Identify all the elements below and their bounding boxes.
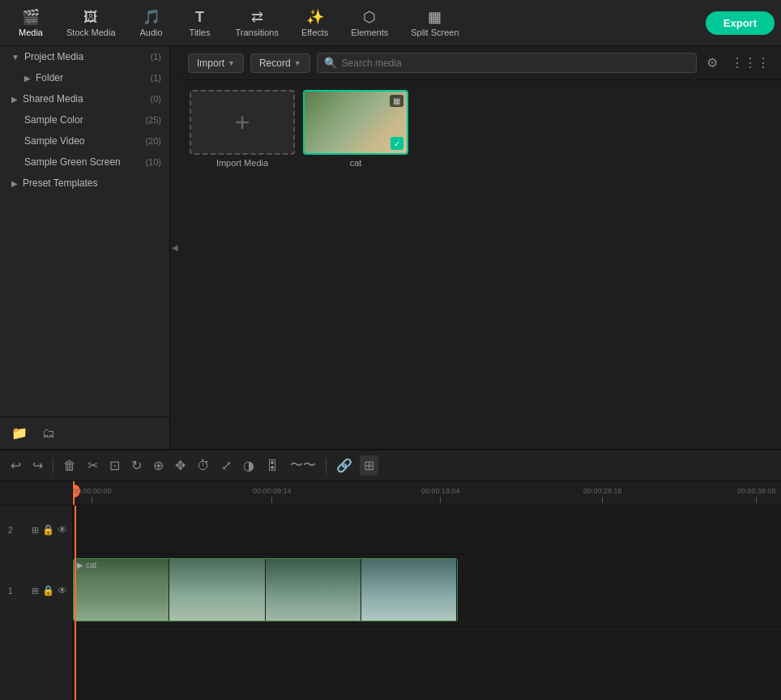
record-button[interactable]: Record ▼: [250, 53, 310, 73]
splitscreen-icon: ▦: [428, 8, 442, 26]
media-grid: + Import Media ▦ ✓ cat: [180, 80, 781, 449]
ruler-tick-3: [602, 497, 603, 503]
sample-video-label: Sample Video: [24, 135, 85, 147]
toolbar-audio-label: Audio: [139, 28, 162, 37]
cat-media-item[interactable]: ▦ ✓ cat: [303, 90, 408, 168]
toolbar-item-splitscreen[interactable]: ▦ Split Screen: [399, 3, 470, 42]
toolbar-item-audio[interactable]: 🎵 Audio: [127, 3, 176, 42]
sidebar: ▼ Project Media (1) ▶ Folder (1) ▶ Share…: [0, 46, 170, 449]
search-icon: 🔍: [324, 57, 337, 69]
sidebar-item-preset-templates[interactable]: ▶ Preset Templates: [0, 173, 169, 194]
track2-control: 2 ⊞ 🔒 👁: [0, 506, 73, 554]
sidebar-item-project-media[interactable]: ▼ Project Media (1): [0, 46, 169, 67]
ruler-ts-4: 00:00:38:08: [737, 487, 776, 503]
toolbar-item-titles[interactable]: T Titles: [176, 4, 224, 42]
frame-3: [266, 559, 361, 621]
chevron-right-icon: ▶: [24, 74, 31, 83]
timeline-ruler: 00:00:00:00 00:00:09:14 00:00:19:04 00:0…: [73, 481, 781, 506]
track1-lock-icon[interactable]: 🔒: [42, 585, 54, 596]
video-type-icon: ▦: [390, 95, 403, 107]
record-dropdown-icon: ▼: [294, 59, 301, 67]
ruler-tick-2: [440, 497, 441, 503]
chevron-right-icon-shared: ▶: [11, 95, 18, 104]
audio-settings-button[interactable]: 🎛: [262, 456, 283, 476]
toolbar-splitscreen-label: Split Screen: [411, 28, 459, 37]
ruler-label-0: 00:00:00:00: [73, 487, 112, 495]
chevron-down-icon: ▼: [11, 53, 19, 62]
sample-color-count: (25): [145, 115, 161, 125]
toolbar-item-elements[interactable]: ⬡ Elements: [339, 3, 399, 42]
sidebar-item-sample-color[interactable]: Sample Color (25): [0, 109, 169, 130]
project-media-label: Project Media: [24, 51, 83, 62]
chevron-right-icon-preset: ▶: [11, 179, 18, 188]
pan-button[interactable]: ✥: [171, 455, 190, 476]
grid-view-icon[interactable]: ⋮⋮⋮: [728, 53, 773, 72]
sidebar-item-sample-video[interactable]: Sample Video (20): [0, 130, 169, 152]
effects-icon: ✨: [306, 8, 324, 26]
track1-content[interactable]: ▶ cat: [73, 554, 781, 627]
waveform-button[interactable]: 〜〜: [286, 455, 320, 476]
toolbar-elements-label: Elements: [351, 28, 388, 37]
clip-frames: [74, 559, 457, 621]
tracks-right-area: 00:00:00:00 00:00:09:14 00:00:19:04 00:0…: [73, 481, 781, 700]
import-media-item[interactable]: + Import Media: [190, 90, 295, 168]
cut-button[interactable]: ✂: [83, 455, 102, 476]
color-button[interactable]: ◑: [239, 455, 258, 476]
sample-color-label: Sample Color: [24, 114, 83, 126]
speed-button[interactable]: ⏱: [193, 456, 214, 476]
filter-icon[interactable]: ⚙: [703, 53, 721, 72]
sidebar-item-shared-media[interactable]: ▶ Shared Media (0): [0, 88, 169, 109]
ruler-spacer: [0, 481, 72, 506]
remove-folder-button[interactable]: 🗂: [37, 424, 60, 442]
track2-content: [73, 506, 781, 554]
track1-frames-icon[interactable]: ⊞: [32, 586, 39, 596]
transitions-icon: ⇄: [251, 8, 263, 26]
separator-1: [53, 458, 53, 474]
ruler-ts-2: 00:00:19:04: [421, 487, 460, 503]
cat-clip[interactable]: ▶ cat: [73, 558, 458, 621]
project-media-count: (1): [151, 52, 161, 62]
top-toolbar: 🎬 Media 🖼 Stock Media 🎵 Audio T Titles ⇄…: [0, 0, 781, 46]
resize-button[interactable]: ⤢: [217, 455, 236, 476]
toolbar-item-stock[interactable]: 🖼 Stock Media: [55, 4, 127, 42]
sidebar-footer: 📁 🗂: [0, 416, 169, 449]
import-button[interactable]: Import ▼: [188, 53, 244, 73]
main-area: ▼ Project Media (1) ▶ Folder (1) ▶ Share…: [0, 46, 781, 449]
track2-lock-icon[interactable]: 🔒: [42, 524, 54, 536]
folder-count: (1): [151, 73, 161, 83]
rotate-button[interactable]: ↻: [127, 455, 146, 476]
collapse-handle[interactable]: ◀: [170, 46, 180, 449]
link-button[interactable]: 🔗: [332, 455, 356, 476]
snap-button[interactable]: ⊞: [360, 455, 378, 476]
redo-button[interactable]: ↪: [28, 455, 47, 476]
search-input[interactable]: [342, 58, 689, 69]
toolbar-item-transitions[interactable]: ⇄ Transitions: [224, 3, 290, 42]
timeline-toolbar: ↩ ↪ 🗑 ✂ ⊡ ↻ ⊕ ✥ ⏱ ⤢ ◑ 🎛 〜〜 🔗 ⊞: [0, 450, 781, 481]
undo-button[interactable]: ↩: [6, 455, 25, 476]
toolbar-item-effects[interactable]: ✨ Effects: [290, 3, 339, 42]
zoom-button[interactable]: ⊕: [149, 455, 168, 476]
elements-icon: ⬡: [363, 8, 376, 26]
crop-button[interactable]: ⊡: [105, 455, 124, 476]
delete-button[interactable]: 🗑: [59, 456, 80, 476]
export-button[interactable]: Export: [706, 11, 775, 35]
clip-label-text: cat: [86, 561, 96, 570]
track-labels-area: 2 ⊞ 🔒 👁 1 ⊞ 🔒 👁: [0, 481, 73, 700]
add-folder-button[interactable]: 📁: [6, 424, 32, 442]
track2-frames-icon[interactable]: ⊞: [32, 525, 39, 536]
media-icon: 🎬: [22, 8, 40, 26]
clip-label: ▶ cat: [77, 561, 96, 570]
sidebar-item-folder[interactable]: ▶ Folder (1): [0, 67, 169, 88]
import-dropdown-icon: ▼: [228, 59, 235, 67]
ruler-tick-0: [92, 497, 92, 503]
toolbar-stock-label: Stock Media: [66, 28, 116, 37]
toolbar-item-media[interactable]: 🎬 Media: [6, 3, 55, 42]
stock-media-icon: 🖼: [83, 9, 98, 26]
track1-visibility-icon[interactable]: 👁: [58, 585, 67, 596]
track2-visibility-icon[interactable]: 👁: [58, 524, 67, 536]
ruler-label-4: 00:00:38:08: [737, 487, 776, 495]
ruler-label-2: 00:00:19:04: [421, 487, 460, 495]
frame-2: [169, 559, 265, 621]
sidebar-item-sample-green-screen[interactable]: Sample Green Screen (10): [0, 152, 169, 173]
clip-label-icon: ▶: [77, 561, 83, 570]
